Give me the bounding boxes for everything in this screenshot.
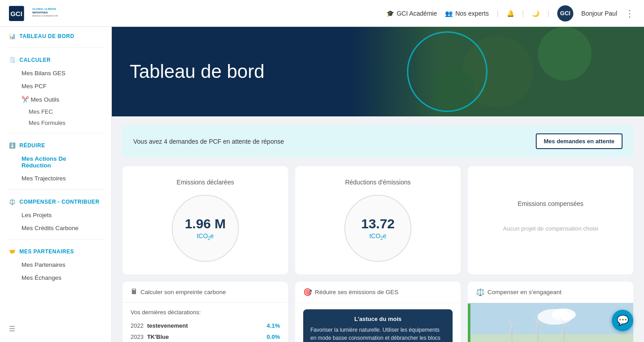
sidebar-item-calculer[interactable]: 🗒️ CALCULER	[9, 57, 102, 63]
alert-banner: Vous avez 4 demandes de PCF en attente d…	[123, 125, 633, 157]
academie-nav[interactable]: 🎓 GCI Académie	[386, 10, 437, 17]
calculer-card-body: Vos dernières déclarations: 2022 testeve…	[123, 303, 288, 342]
sidebar-item-mes-outils[interactable]: ✂️ Mes Outils	[9, 93, 102, 106]
sidebar-item-les-projets[interactable]: Les Projets	[9, 209, 102, 222]
decl-year-0: 2022	[131, 322, 144, 329]
logo-area: GCI GLOBAL CLIMATE INITIATIVES Business …	[9, 4, 63, 22]
sidebar-item-mes-partenaires[interactable]: Mes Partenaires	[9, 258, 102, 271]
reduire-action-card: 🎯 Réduire ses émissions de GES L'astuce …	[295, 282, 461, 342]
sidebar-item-bilans-ges[interactable]: Mes Bilans GES	[9, 67, 102, 80]
hero-banner: Tableau de bord	[112, 27, 644, 116]
emissions-declarees-value: 1.96 M	[185, 216, 226, 231]
partenaires-icon: 🤝	[9, 248, 16, 255]
compenser-card-label: Compenser en s'engageant	[487, 289, 561, 295]
reductions-title: Réductions d'émissions	[345, 179, 411, 186]
sidebar-item-actions-reduction[interactable]: Mes Actions De Réduction	[9, 152, 102, 172]
content-area: Vous avez 4 demandes de PCF en attente d…	[112, 116, 644, 342]
page-title: Tableau de bord	[130, 61, 264, 82]
projets-label: Les Projets	[21, 212, 52, 218]
reductions-unit: tCO2e	[369, 232, 386, 241]
reductions-circle: 13.72 tCO2e	[344, 195, 411, 262]
experts-nav[interactable]: 👥 Nos experts	[445, 10, 489, 17]
sidebar-item-reduire[interactable]: ⬇️ RÉDUIRE	[9, 142, 102, 149]
actions-label: Mes Actions De Réduction	[21, 155, 66, 169]
alert-text: Vous avez 4 demandes de PCF en attente d…	[133, 138, 284, 145]
user-avatar[interactable]: GCI	[557, 5, 573, 21]
sidebar-section-partenaires: 🤝 MES PARTENAIRES Mes Partenaires Mes Éc…	[0, 242, 111, 286]
decl-pct-1: 0.0%	[267, 333, 280, 340]
partenaires-label: MES PARTENAIRES	[20, 248, 74, 255]
astuce-box: L'astuce du mois Favoriser la lumière na…	[303, 309, 453, 342]
separator-2: |	[522, 10, 524, 17]
reduire-label: RÉDUIRE	[20, 142, 46, 149]
sidebar-section-calculer: 🗒️ CALCULER Mes Bilans GES Mes PCF ✂️ Me…	[0, 51, 111, 130]
fec-label: Mes FEC	[29, 108, 53, 115]
reduire-icon: ⬇️	[9, 142, 16, 149]
mes-partenaires-label: Mes Partenaires	[21, 261, 65, 268]
sidebar-item-mes-fec[interactable]: Mes FEC	[9, 106, 102, 117]
svg-text:Business is connected to life: Business is connected to life	[33, 15, 58, 17]
divider-3	[7, 189, 104, 190]
bell-icon: 🔔	[507, 10, 514, 17]
bilans-label: Mes Bilans GES	[21, 70, 65, 77]
sidebar-item-mes-pcf[interactable]: Mes PCF	[9, 80, 102, 93]
svg-rect-7	[468, 304, 470, 342]
target-icon: 🎯	[303, 288, 312, 296]
divider-4	[7, 239, 104, 239]
svg-text:GCI: GCI	[10, 9, 22, 17]
compenser-label: COMPENSER - CONTRIBUER	[20, 199, 100, 205]
sidebar: 📊 TABLEAU DE BORD 🗒️ CALCULER Mes Bilans…	[0, 27, 112, 342]
tableau-label: TABLEAU DE BORD	[20, 33, 75, 39]
outils-icon: ✂️	[21, 96, 29, 103]
separator-3: |	[547, 10, 549, 17]
compensees-card: Emissions compensées Aucun projet de com…	[468, 166, 633, 274]
declaration-row-1: 2023 TK'Blue 0.0%	[131, 331, 280, 342]
emissions-declarees-title: Emissions déclarées	[177, 179, 234, 186]
svg-point-9	[551, 308, 576, 321]
divider-1	[7, 47, 104, 48]
academie-label: GCI Académie	[397, 10, 437, 17]
trajectoires-label: Mes Trajectoires	[21, 175, 66, 182]
sidebar-item-mes-echanges[interactable]: Mes Échanges	[9, 271, 102, 284]
hero-image	[352, 27, 644, 116]
svg-rect-10	[511, 325, 513, 342]
svg-rect-14	[538, 323, 539, 342]
svg-rect-6	[468, 334, 633, 342]
echanges-label: Mes Échanges	[21, 274, 61, 281]
decl-name-0: testevenement	[147, 322, 267, 329]
experts-label: Nos experts	[455, 10, 489, 17]
svg-rect-18	[564, 325, 565, 342]
main-content: Tableau de bord Vous avez 4 demandes de …	[112, 0, 644, 342]
declaration-row-0: 2022 testevenement 4.1%	[131, 320, 280, 331]
sidebar-item-tableau-de-bord[interactable]: 📊 TABLEAU DE BORD	[9, 33, 102, 39]
pending-requests-button[interactable]: Mes demandes en attente	[536, 133, 623, 149]
notifications-bell[interactable]: 🔔	[507, 10, 514, 17]
divider-2	[7, 133, 104, 133]
chat-icon: 💬	[617, 315, 629, 326]
emissions-declarees-card: Emissions déclarées 1.96 M tCO2e	[123, 166, 288, 274]
astuce-title: L'astuce du mois	[310, 316, 445, 322]
avatar-initials: GCI	[560, 10, 570, 17]
reductions-card: Réductions d'émissions 13.72 tCO2e	[295, 166, 461, 274]
sidebar-item-mes-formules[interactable]: Mes Formules	[9, 117, 102, 128]
darkmode-toggle[interactable]: 🌙	[532, 10, 539, 17]
sidebar-item-credits-carbone[interactable]: Mes Crédits Carbone	[9, 222, 102, 235]
sidebar-toggle-button[interactable]: ☰	[9, 325, 15, 333]
scale-icon: ⚖️	[476, 288, 485, 296]
pcf-label: Mes PCF	[21, 83, 47, 90]
moon-icon: 🌙	[532, 10, 539, 17]
sidebar-item-trajectoires[interactable]: Mes Trajectoires	[9, 172, 102, 185]
emissions-declarees-unit: tCO2e	[197, 232, 214, 241]
sidebar-item-partenaires[interactable]: 🤝 MES PARTENAIRES	[9, 248, 102, 255]
formules-label: Mes Formules	[29, 120, 65, 126]
calculer-label: CALCULER	[20, 57, 51, 63]
logo-icon: GCI GLOBAL CLIMATE INITIATIVES Business …	[9, 4, 63, 22]
calculator-icon: 🖩	[131, 288, 138, 296]
compenser-icon: ⚖️	[9, 199, 16, 205]
sidebar-item-compenser[interactable]: ⚖️ COMPENSER - CONTRIBUER	[9, 199, 102, 205]
separator-1: |	[497, 10, 499, 17]
sidebar-section-tableau: 📊 TABLEAU DE BORD	[0, 27, 111, 45]
chat-button[interactable]: 💬	[612, 310, 633, 331]
more-options-button[interactable]: ⋮	[625, 8, 635, 19]
compensees-empty-text: Aucun projet de compensation choisi	[494, 216, 607, 241]
